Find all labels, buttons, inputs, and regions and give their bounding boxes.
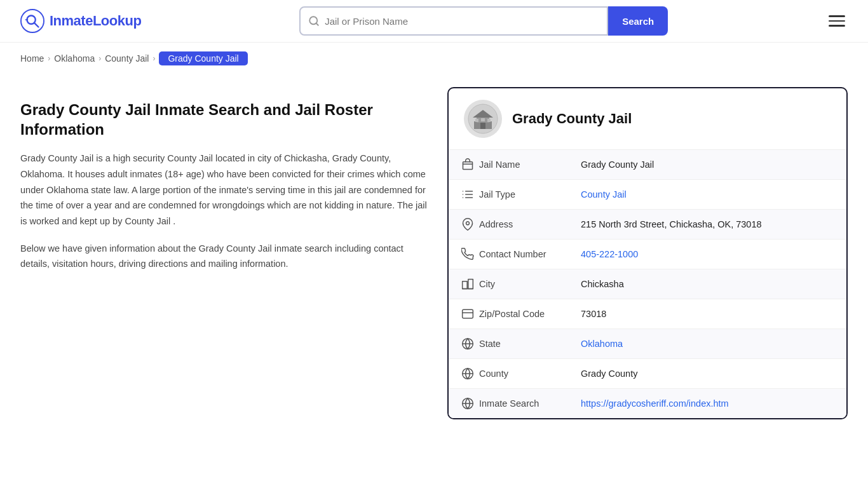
breadcrumb-sep-3: › <box>153 54 155 63</box>
header: InmateLookup Search <box>0 0 868 43</box>
city-icon <box>461 278 479 290</box>
logo-text: InmateLookup <box>50 13 141 29</box>
row-label: Inmate Search <box>479 398 581 409</box>
breadcrumb-oklahoma[interactable]: Oklahoma <box>54 53 95 64</box>
search-wrapper <box>299 6 608 36</box>
card-title: Grady County Jail <box>512 111 632 127</box>
info-row: Contact Number405-222-1000 <box>449 240 846 269</box>
breadcrumb-sep-2: › <box>98 54 101 63</box>
info-row: Zip/Postal Code73018 <box>449 299 846 329</box>
svg-rect-10 <box>480 123 485 129</box>
zip-icon <box>461 308 479 320</box>
card-header: Grady County Jail <box>449 88 846 150</box>
search-area: Search <box>299 6 668 36</box>
svg-rect-11 <box>475 119 478 122</box>
svg-rect-13 <box>481 118 485 121</box>
row-label: County <box>479 369 581 379</box>
address-icon <box>461 218 479 231</box>
info-row: Address215 North 3rd Street, Chickasha, … <box>449 210 846 240</box>
info-rows: Jail NameGrady County JailJail TypeCount… <box>449 150 846 418</box>
svg-rect-23 <box>468 280 473 289</box>
svg-point-0 <box>21 10 44 32</box>
logo-regular: Inmate <box>50 13 93 29</box>
row-link[interactable]: https://gradycosheriff.com/index.htm <box>581 398 729 409</box>
logo-icon <box>20 9 44 33</box>
jail-avatar <box>464 100 502 138</box>
search-icon <box>308 15 320 27</box>
row-label: Jail Name <box>479 159 581 170</box>
search-button[interactable]: Search <box>608 6 668 36</box>
row-label: Jail Type <box>479 189 581 200</box>
row-link[interactable]: County Jail <box>581 189 627 200</box>
main-container: Grady County Jail Inmate Search and Jail… <box>0 74 868 445</box>
svg-point-21 <box>466 222 470 225</box>
menu-button[interactable] <box>826 13 848 29</box>
row-value[interactable]: Oklahoma <box>581 339 623 349</box>
phone-icon <box>461 248 479 261</box>
row-label: State <box>479 339 581 349</box>
info-row: CityChickasha <box>449 269 846 299</box>
row-label: City <box>479 279 581 289</box>
row-value: 73018 <box>581 309 606 319</box>
logo[interactable]: InmateLookup <box>20 9 141 33</box>
info-row: StateOklahoma <box>449 329 846 359</box>
info-row: CountyGrady County <box>449 359 846 389</box>
row-label: Contact Number <box>479 249 581 259</box>
logo-accent: Lookup <box>93 13 141 29</box>
row-value[interactable]: 405-222-1000 <box>581 249 638 259</box>
breadcrumb-home[interactable]: Home <box>20 53 44 64</box>
state-icon <box>461 337 479 350</box>
search-input[interactable] <box>325 16 599 27</box>
page-title: Grady County Jail Inmate Search and Jail… <box>20 100 427 139</box>
info-card: Grady County Jail Jail NameGrady County … <box>447 87 848 419</box>
breadcrumb-current: Grady County Jail <box>159 51 247 65</box>
svg-rect-12 <box>487 119 491 122</box>
breadcrumb-sep-1: › <box>48 54 50 63</box>
menu-line-3 <box>829 25 845 27</box>
search-link-icon <box>461 397 479 410</box>
row-label: Zip/Postal Code <box>479 309 581 319</box>
info-row: Inmate Searchhttps://gradycosheriff.com/… <box>449 389 846 418</box>
page-description-2: Below we have given information about th… <box>20 241 427 272</box>
page-description-1: Grady County Jail is a high security Cou… <box>20 151 427 229</box>
row-value: Grady County <box>581 369 637 379</box>
svg-rect-14 <box>463 162 473 170</box>
breadcrumb: Home › Oklahoma › County Jail › Grady Co… <box>0 43 868 74</box>
type-icon <box>461 188 479 201</box>
row-link[interactable]: Oklahoma <box>581 339 623 349</box>
menu-line-1 <box>829 15 845 17</box>
row-value: 215 North 3rd Street, Chickasha, OK, 730… <box>581 219 762 229</box>
svg-rect-3 <box>25 19 29 20</box>
svg-rect-22 <box>463 281 468 289</box>
jail-building-icon <box>468 104 498 134</box>
info-row: Jail NameGrady County Jail <box>449 150 846 180</box>
row-label: Address <box>479 219 581 229</box>
jail-icon <box>461 158 479 171</box>
left-content: Grady County Jail Inmate Search and Jail… <box>20 87 427 272</box>
row-value: Chickasha <box>581 279 624 289</box>
menu-line-2 <box>829 20 845 22</box>
svg-rect-24 <box>463 309 473 318</box>
county-icon <box>461 367 479 380</box>
breadcrumb-county-jail[interactable]: County Jail <box>105 53 149 64</box>
row-value[interactable]: https://gradycosheriff.com/index.htm <box>581 398 729 409</box>
row-link[interactable]: 405-222-1000 <box>581 249 638 259</box>
row-value: Grady County Jail <box>581 159 654 170</box>
info-row: Jail TypeCounty Jail <box>449 180 846 210</box>
svg-line-5 <box>316 23 318 25</box>
row-value[interactable]: County Jail <box>581 189 627 200</box>
